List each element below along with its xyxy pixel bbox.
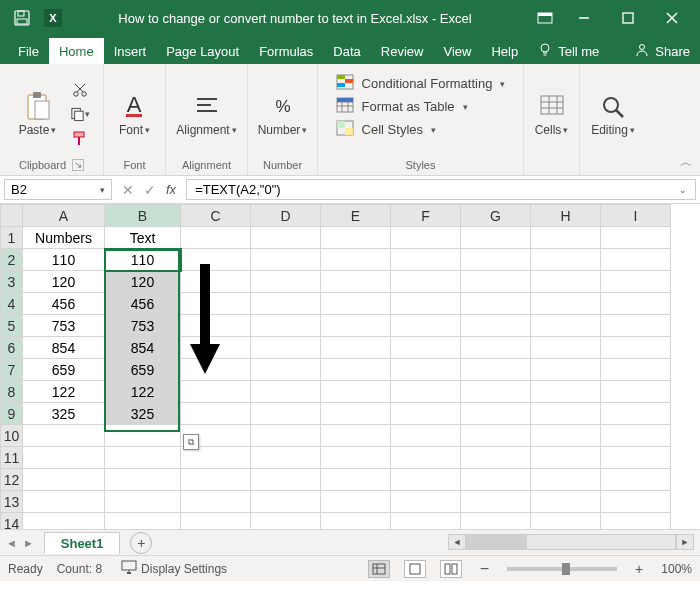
font-button[interactable]: A Font▾ bbox=[113, 89, 156, 139]
new-sheet-button[interactable]: + bbox=[130, 532, 152, 554]
cell[interactable] bbox=[105, 491, 181, 513]
cell[interactable] bbox=[321, 249, 391, 271]
cell[interactable] bbox=[251, 381, 321, 403]
fx-icon[interactable]: fx bbox=[166, 182, 176, 197]
tab-review[interactable]: Review bbox=[371, 38, 434, 64]
cell[interactable] bbox=[391, 337, 461, 359]
cell[interactable] bbox=[181, 491, 251, 513]
cell[interactable] bbox=[461, 469, 531, 491]
cell[interactable] bbox=[391, 381, 461, 403]
cell[interactable] bbox=[105, 447, 181, 469]
col-header[interactable]: D bbox=[251, 205, 321, 227]
scroll-thumb[interactable] bbox=[467, 535, 527, 549]
copy-button[interactable]: ▾ bbox=[70, 105, 90, 123]
chevron-down-icon[interactable]: ▾ bbox=[100, 185, 105, 195]
cell[interactable] bbox=[251, 513, 321, 530]
col-header[interactable]: A bbox=[23, 205, 105, 227]
editing-button[interactable]: Editing▾ bbox=[585, 89, 641, 139]
row-header[interactable]: 6 bbox=[1, 337, 23, 359]
cell[interactable] bbox=[601, 403, 671, 425]
cell[interactable] bbox=[181, 403, 251, 425]
cell[interactable]: 120 bbox=[105, 271, 181, 293]
cell[interactable] bbox=[531, 359, 601, 381]
cell[interactable]: 753 bbox=[105, 315, 181, 337]
cell[interactable]: 122 bbox=[23, 381, 105, 403]
cell[interactable]: 325 bbox=[105, 403, 181, 425]
cell[interactable] bbox=[251, 337, 321, 359]
tell-me[interactable]: Tell me bbox=[528, 43, 609, 64]
cell[interactable]: 659 bbox=[23, 359, 105, 381]
save-icon[interactable] bbox=[14, 10, 30, 26]
cell[interactable] bbox=[391, 249, 461, 271]
cell[interactable] bbox=[181, 227, 251, 249]
tab-help[interactable]: Help bbox=[481, 38, 528, 64]
row-header[interactable]: 13 bbox=[1, 491, 23, 513]
cell[interactable] bbox=[251, 469, 321, 491]
cell[interactable] bbox=[601, 359, 671, 381]
cell[interactable]: 325 bbox=[23, 403, 105, 425]
cell[interactable] bbox=[251, 403, 321, 425]
tab-view[interactable]: View bbox=[433, 38, 481, 64]
page-break-view-button[interactable] bbox=[440, 560, 462, 578]
cell[interactable] bbox=[461, 491, 531, 513]
cell[interactable] bbox=[23, 469, 105, 491]
cell[interactable]: Text bbox=[105, 227, 181, 249]
cell[interactable] bbox=[531, 337, 601, 359]
cell[interactable] bbox=[23, 491, 105, 513]
col-header[interactable]: C bbox=[181, 205, 251, 227]
cell[interactable]: 122 bbox=[105, 381, 181, 403]
zoom-slider[interactable] bbox=[507, 567, 617, 571]
col-header[interactable]: E bbox=[321, 205, 391, 227]
cell[interactable] bbox=[391, 513, 461, 530]
cell[interactable] bbox=[391, 271, 461, 293]
ribbon-display-options-icon[interactable] bbox=[528, 0, 562, 36]
cell[interactable]: 659 bbox=[105, 359, 181, 381]
zoom-in-button[interactable]: + bbox=[631, 561, 647, 577]
cell[interactable] bbox=[251, 491, 321, 513]
col-header[interactable]: G bbox=[461, 205, 531, 227]
horizontal-scrollbar[interactable]: ◄ ► bbox=[448, 534, 694, 550]
cell[interactable] bbox=[251, 293, 321, 315]
cell[interactable] bbox=[601, 447, 671, 469]
cell[interactable] bbox=[391, 425, 461, 447]
enter-formula-icon[interactable]: ✓ bbox=[144, 182, 156, 198]
spreadsheet-grid[interactable]: A B C D E F G H I 1NumbersText 2110110 3… bbox=[0, 204, 700, 529]
cell[interactable] bbox=[461, 381, 531, 403]
cell[interactable] bbox=[321, 293, 391, 315]
cell[interactable] bbox=[181, 381, 251, 403]
cell[interactable] bbox=[461, 337, 531, 359]
share-button[interactable]: Share bbox=[625, 43, 700, 64]
cell[interactable] bbox=[601, 249, 671, 271]
tab-insert[interactable]: Insert bbox=[104, 38, 157, 64]
number-button[interactable]: % Number▾ bbox=[252, 89, 314, 139]
cell[interactable] bbox=[601, 315, 671, 337]
cell[interactable] bbox=[601, 337, 671, 359]
sheet-nav-next-icon[interactable]: ► bbox=[23, 537, 34, 549]
cell[interactable] bbox=[391, 315, 461, 337]
cell[interactable] bbox=[531, 249, 601, 271]
cell[interactable] bbox=[181, 469, 251, 491]
cell[interactable] bbox=[321, 491, 391, 513]
cell[interactable] bbox=[461, 315, 531, 337]
scroll-track[interactable] bbox=[466, 534, 676, 550]
active-cell[interactable]: 110 bbox=[105, 249, 181, 271]
row-header[interactable]: 7 bbox=[1, 359, 23, 381]
cell[interactable] bbox=[321, 403, 391, 425]
cell[interactable] bbox=[391, 359, 461, 381]
row-header[interactable]: 11 bbox=[1, 447, 23, 469]
cell[interactable] bbox=[461, 425, 531, 447]
cell[interactable] bbox=[321, 425, 391, 447]
row-header[interactable]: 8 bbox=[1, 381, 23, 403]
cell[interactable] bbox=[531, 425, 601, 447]
collapse-ribbon-icon[interactable]: ︿ bbox=[680, 154, 692, 171]
cell[interactable] bbox=[321, 337, 391, 359]
row-header[interactable]: 3 bbox=[1, 271, 23, 293]
cell[interactable] bbox=[321, 271, 391, 293]
cell[interactable] bbox=[391, 469, 461, 491]
cell[interactable] bbox=[321, 513, 391, 530]
sheet-tab[interactable]: Sheet1 bbox=[44, 532, 121, 554]
cell[interactable] bbox=[461, 403, 531, 425]
cell[interactable] bbox=[105, 513, 181, 530]
cell[interactable] bbox=[601, 381, 671, 403]
row-header[interactable]: 2 bbox=[1, 249, 23, 271]
